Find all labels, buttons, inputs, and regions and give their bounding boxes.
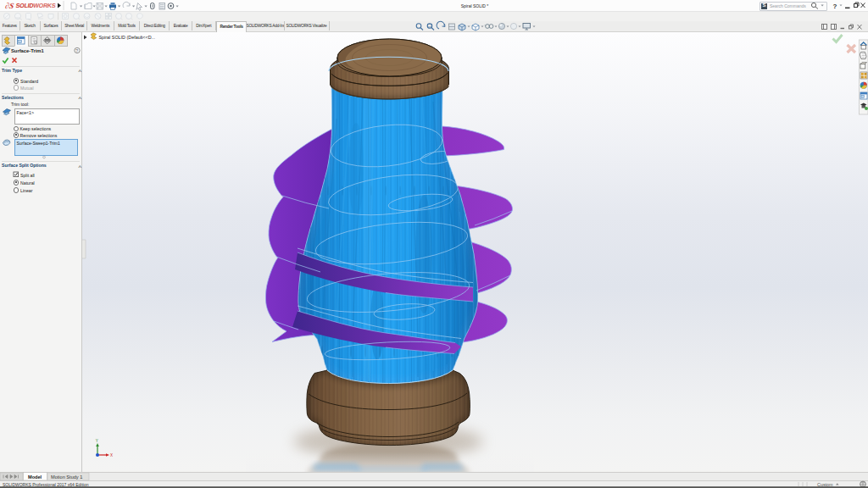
svg-text:SOLIDWORKS: SOLIDWORKS: [15, 2, 57, 9]
svg-text:?: ?: [75, 48, 78, 53]
svg-text:Surface-Trim1: Surface-Trim1: [11, 48, 44, 53]
svg-text:∂S: ∂S: [4, 1, 14, 10]
